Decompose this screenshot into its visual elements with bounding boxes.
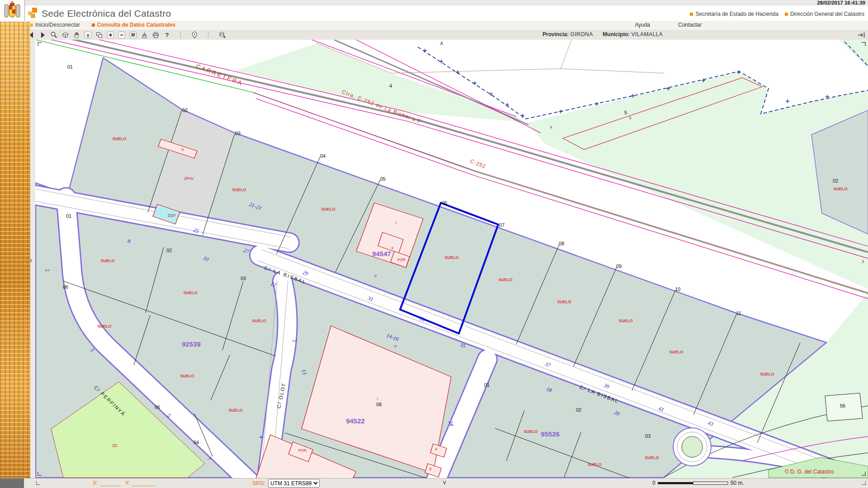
map-label-94547: 94547 [372, 250, 391, 258]
top-stripe-bar: 28/02/2017 16:41:39 [0, 0, 868, 6]
map-label-suelo: SUELO [760, 372, 774, 376]
map-viewport[interactable]: CARRETERACtra. C-252 de La Bisbal a FC-2… [35, 40, 868, 478]
map-label-ii: II [392, 246, 394, 250]
map-label-07: 07 [499, 222, 505, 228]
zoom-out-icon[interactable] [118, 31, 126, 39]
map-label-suelo: SUELO [618, 319, 632, 323]
map-label-02: 02 [166, 248, 172, 253]
map-label-56: 56 [840, 403, 845, 408]
map-label-95526: 95526 [541, 430, 560, 438]
cursor-coordinates: X: ______ Y: _______ [93, 480, 156, 486]
print-icon[interactable] [151, 31, 160, 39]
map-label-ii: II [435, 447, 438, 451]
map-label-02: 02 [182, 108, 188, 113]
header: Sede Electrónica del Catastro Secretaría… [0, 6, 868, 21]
link-secretaria[interactable]: Secretaría de Estado de Hacienda [690, 11, 778, 17]
map-toolbar: ± M ? Provincia: GIRONA Municipio: VILAM… [0, 29, 868, 41]
scale-bar-graphic [657, 480, 729, 486]
catastro-logo-icon [28, 8, 38, 19]
map-label-03: 03 [241, 276, 246, 281]
pan-right-chevron[interactable]: › [862, 258, 864, 264]
map-label-04: 04 [193, 440, 199, 445]
map-label-09: 09 [616, 263, 622, 269]
link-dgc[interactable]: Dirección General del Catastro [785, 11, 864, 17]
page-title: Sede Electrónica del Catastro [42, 8, 171, 19]
srs-select[interactable]: UTM 31 ETRS89 [268, 479, 320, 488]
info-point-icon[interactable] [190, 31, 198, 39]
map-label-zpav: ZPAV [184, 176, 194, 181]
orange-bullet-icon [690, 13, 693, 16]
header-links: Secretaría de Estado de Hacienda Direcci… [690, 11, 864, 17]
frame-corner-icon [862, 481, 866, 485]
x-value: ______ [100, 480, 121, 486]
map-label-11: 11 [736, 310, 741, 316]
zoom-scale-icon[interactable]: ± [84, 31, 92, 39]
map-label-suelo: SUELO [112, 136, 126, 141]
pan-hand-icon[interactable] [72, 31, 80, 39]
map-label-por: POR [397, 258, 406, 262]
municipality-label: Municipio: [603, 31, 630, 38]
toolbar-separator [208, 31, 208, 38]
svg-text:?: ? [165, 32, 169, 38]
tab-bullet-icon [92, 23, 95, 27]
layers-icon[interactable] [218, 31, 226, 39]
expand-down-chevron[interactable]: ∨ [442, 479, 447, 485]
hide-panel-icon[interactable] [857, 31, 865, 39]
map-label-05: 05 [380, 176, 386, 182]
province-municipality: Provincia: GIRONA Municipio: VILAMALLA [542, 31, 671, 38]
zoom-in-icon[interactable] [106, 31, 114, 39]
map-label-ii: II [429, 467, 432, 471]
map-label-10: 10 [675, 286, 680, 292]
map-label-suelo: SUELO [180, 374, 194, 378]
map-label-06: 06 [442, 200, 447, 206]
map-label-suelo: SUELO [833, 187, 847, 191]
map-label-p: P [394, 344, 397, 349]
cadastral-map[interactable]: CARRETERACtra. C-252 de La Bisbal a FC-2… [35, 40, 868, 478]
pan-left-chevron[interactable]: ‹ [30, 258, 33, 263]
map-label-i: I [377, 397, 378, 401]
map-label-suelo: SUELO [524, 429, 538, 434]
link-contactar[interactable]: Contactar [678, 22, 702, 28]
next-view-icon[interactable] [38, 31, 47, 39]
tab-bullet-icon [30, 23, 33, 27]
x-label: X: [93, 480, 99, 486]
map-label-suelo: SUELO [97, 324, 111, 328]
svg-text:±: ± [86, 32, 89, 38]
map-label-01: 01 [67, 64, 73, 70]
tab-inicio-desconectar[interactable]: Inicio/Desconectar [30, 22, 80, 28]
tab-consulta-datos-catastrales[interactable]: Consulta de Datos Catastrales [92, 22, 175, 28]
map-label-08: 08 [559, 241, 564, 246]
map-label-06: 06 [63, 284, 68, 290]
pan-up-chevron[interactable]: ∧ [439, 41, 444, 46]
map-label-suelo: SUELO [232, 188, 246, 192]
link-ayuda[interactable]: Ayuda [635, 22, 650, 28]
zoom-box-icon[interactable] [50, 31, 58, 39]
map-label-b: b [629, 116, 632, 120]
map-label-a: a [550, 125, 552, 129]
zoom-selection-icon[interactable] [95, 31, 103, 39]
map-label-dep: DEP [168, 213, 176, 218]
zoom-full-extent-icon[interactable] [61, 31, 69, 39]
svg-text:M: M [131, 33, 135, 38]
y-value: _______ [132, 480, 156, 486]
province-value: GIRONA [570, 31, 593, 38]
municipality-value: VILAMALLA [631, 31, 663, 38]
orange-bullet-icon [785, 13, 788, 16]
map-label-03: 03 [645, 433, 651, 439]
zoom-municipality-icon[interactable]: M [129, 31, 137, 39]
map-label-02: 02 [833, 178, 838, 183]
cartography-icon[interactable] [140, 31, 148, 39]
map-label--d-g-del-catastro: © D. G. del Catastro [785, 469, 834, 475]
map-label-04: 04 [320, 153, 326, 159]
map-label-03: 03 [235, 131, 241, 136]
map-label-i: I [396, 221, 396, 225]
province-label: Provincia: [542, 31, 569, 38]
map-label-05: 05 [155, 404, 160, 410]
scale-zero: 0 [652, 480, 656, 486]
map-label-suelo: SUELO [645, 455, 659, 460]
y-label: Y: [125, 480, 131, 486]
map-label-zd: ZD [112, 443, 117, 448]
map-label-suelo: SUELO [228, 408, 242, 413]
help-icon[interactable]: ? [163, 31, 171, 39]
statusbar-dark-block [0, 479, 24, 488]
